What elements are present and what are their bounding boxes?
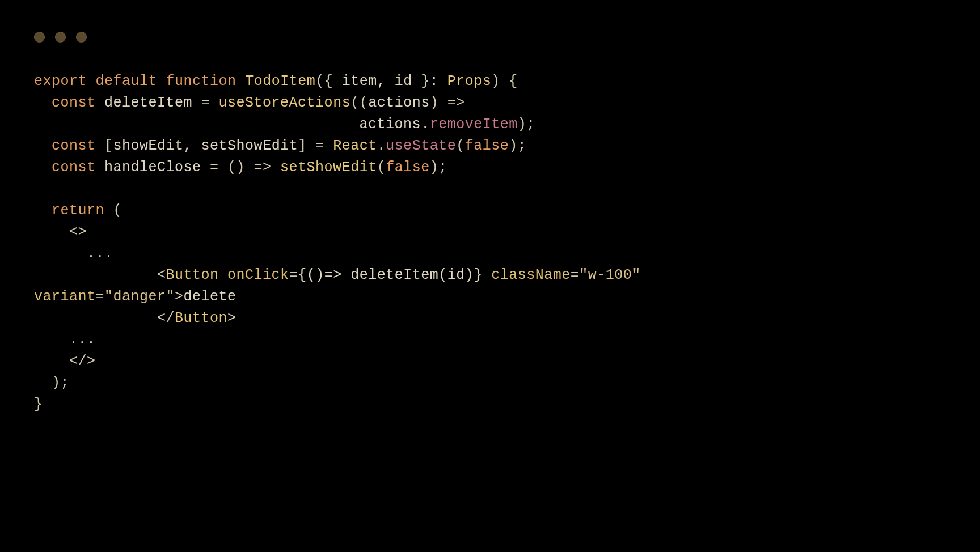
window-traffic-lights — [34, 32, 946, 43]
variable-showEdit: showEdit — [113, 138, 184, 154]
ellipsis: ... — [87, 245, 113, 262]
keyword-const: const — [52, 159, 96, 176]
jsx-attr-className: className — [491, 267, 571, 283]
keyword-const: const — [52, 138, 96, 154]
keyword-return: return — [52, 202, 104, 219]
jsx-fragment-close: </> — [69, 353, 96, 370]
variable-deleteItem: deleteItem — [104, 95, 192, 111]
keyword-default: default — [96, 73, 158, 90]
minimize-window-button[interactable] — [55, 32, 66, 43]
method-removeItem: removeItem — [430, 116, 518, 133]
keyword-false: false — [465, 138, 509, 154]
jsx-attr-onClick: onClick — [227, 267, 289, 283]
jsx-attr-variant: variant — [34, 288, 96, 305]
method-useState: useState — [386, 138, 456, 154]
keyword-const: const — [52, 95, 96, 111]
function-name: TodoItem — [245, 73, 315, 90]
jsx-tag-button-close: Button — [175, 310, 227, 326]
close-window-button[interactable] — [34, 32, 45, 43]
code-area[interactable]: export default function TodoItem({ item,… — [34, 71, 946, 415]
jsx-tag-button: Button — [166, 267, 219, 283]
variable-setShowEdit: setShowEdit — [201, 138, 298, 154]
jsx-fragment-open: <> — [69, 224, 87, 240]
jsx-text-delete: delete — [184, 288, 236, 305]
fn-useStoreActions: useStoreActions — [219, 95, 351, 111]
keyword-function: function — [166, 73, 236, 90]
code-editor-window: export default function TodoItem({ item,… — [0, 0, 980, 438]
type-annotation: Props — [447, 73, 492, 90]
variable-handleClose: handleClose — [104, 159, 201, 176]
keyword-false: false — [386, 159, 430, 176]
keyword-export: export — [34, 73, 87, 90]
closing-brace: } — [34, 396, 43, 413]
zoom-window-button[interactable] — [76, 32, 87, 43]
fn-setShowEdit: setShowEdit — [280, 159, 377, 176]
params: item, id — [342, 73, 412, 90]
ellipsis: ... — [69, 332, 96, 348]
react-namespace: React — [333, 138, 377, 154]
